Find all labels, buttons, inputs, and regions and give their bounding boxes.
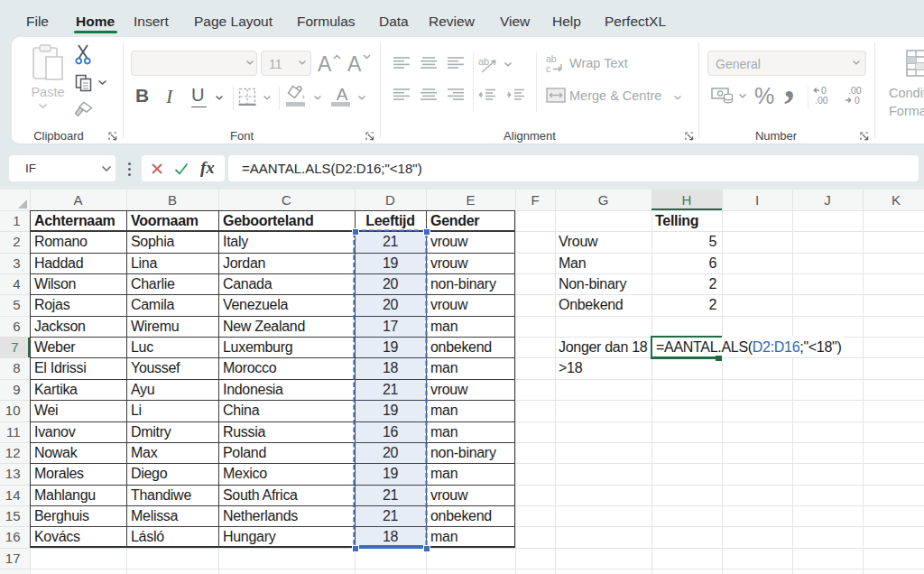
svg-text:ab: ab	[478, 56, 489, 67]
svg-text:c: c	[546, 63, 550, 74]
svg-text:.00: .00	[815, 95, 828, 106]
svg-text:0: 0	[855, 95, 860, 106]
